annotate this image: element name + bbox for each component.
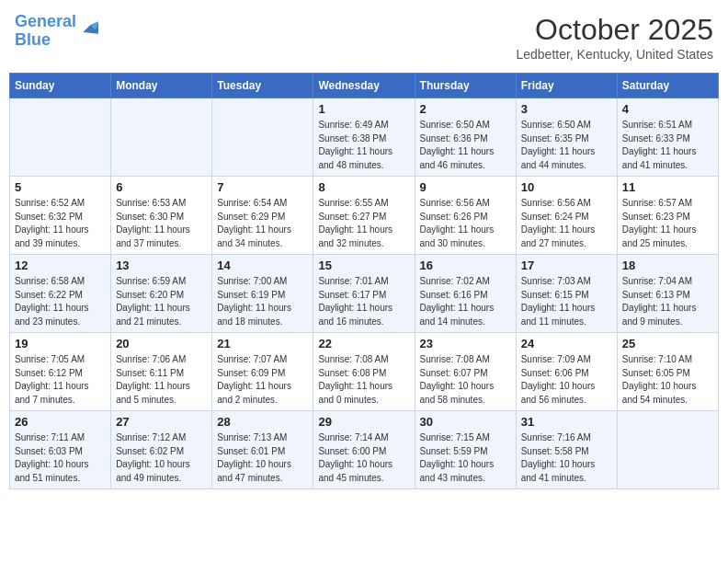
day-info: Sunrise: 6:49 AM Sunset: 6:38 PM Dayligh… bbox=[318, 119, 409, 172]
calendar-cell: 9Sunrise: 6:56 AM Sunset: 6:26 PM Daylig… bbox=[415, 177, 516, 255]
day-info: Sunrise: 7:08 AM Sunset: 6:08 PM Dayligh… bbox=[318, 353, 409, 407]
day-info: Sunrise: 6:56 AM Sunset: 6:26 PM Dayligh… bbox=[420, 197, 511, 250]
calendar-week-row: 12Sunrise: 6:58 AM Sunset: 6:22 PM Dayli… bbox=[10, 255, 719, 333]
day-info: Sunrise: 7:01 AM Sunset: 6:17 PM Dayligh… bbox=[318, 275, 409, 328]
calendar-week-row: 26Sunrise: 7:11 AM Sunset: 6:03 PM Dayli… bbox=[10, 411, 719, 489]
calendar-week-row: 5Sunrise: 6:52 AM Sunset: 6:32 PM Daylig… bbox=[10, 177, 719, 255]
day-info: Sunrise: 7:12 AM Sunset: 6:02 PM Dayligh… bbox=[116, 431, 207, 485]
day-number: 8 bbox=[318, 180, 409, 194]
day-number: 21 bbox=[217, 337, 308, 350]
day-info: Sunrise: 7:13 AM Sunset: 6:01 PM Dayligh… bbox=[217, 431, 308, 485]
logo: General Blue bbox=[15, 13, 98, 50]
day-info: Sunrise: 7:09 AM Sunset: 6:06 PM Dayligh… bbox=[521, 353, 612, 407]
calendar-cell bbox=[111, 98, 212, 177]
calendar-cell: 1Sunrise: 6:49 AM Sunset: 6:38 PM Daylig… bbox=[313, 98, 415, 177]
day-info: Sunrise: 6:58 AM Sunset: 6:22 PM Dayligh… bbox=[15, 275, 106, 328]
day-info: Sunrise: 7:05 AM Sunset: 6:12 PM Dayligh… bbox=[15, 353, 106, 407]
day-number: 10 bbox=[521, 180, 612, 194]
day-info: Sunrise: 6:55 AM Sunset: 6:27 PM Dayligh… bbox=[318, 197, 409, 250]
calendar-cell: 28Sunrise: 7:13 AM Sunset: 6:01 PM Dayli… bbox=[212, 411, 313, 489]
calendar-cell: 16Sunrise: 7:02 AM Sunset: 6:16 PM Dayli… bbox=[415, 255, 516, 333]
calendar-header-row: SundayMondayTuesdayWednesdayThursdayFrid… bbox=[10, 74, 719, 98]
day-info: Sunrise: 7:16 AM Sunset: 5:58 PM Dayligh… bbox=[521, 431, 612, 485]
day-info: Sunrise: 6:53 AM Sunset: 6:30 PM Dayligh… bbox=[116, 197, 207, 250]
calendar-cell: 6Sunrise: 6:53 AM Sunset: 6:30 PM Daylig… bbox=[111, 177, 212, 255]
day-info: Sunrise: 6:51 AM Sunset: 6:33 PM Dayligh… bbox=[622, 119, 713, 172]
calendar-cell: 3Sunrise: 6:50 AM Sunset: 6:35 PM Daylig… bbox=[516, 98, 617, 177]
day-info: Sunrise: 6:50 AM Sunset: 6:35 PM Dayligh… bbox=[521, 119, 612, 172]
day-number: 29 bbox=[318, 415, 409, 429]
calendar-cell: 23Sunrise: 7:08 AM Sunset: 6:07 PM Dayli… bbox=[415, 333, 516, 411]
day-number: 31 bbox=[521, 415, 612, 429]
day-number: 1 bbox=[318, 102, 409, 116]
month-title: October 2025 bbox=[516, 13, 713, 47]
calendar-cell: 7Sunrise: 6:54 AM Sunset: 6:29 PM Daylig… bbox=[212, 177, 313, 255]
day-number: 11 bbox=[622, 180, 713, 194]
calendar-cell: 13Sunrise: 6:59 AM Sunset: 6:20 PM Dayli… bbox=[111, 255, 212, 333]
day-info: Sunrise: 7:11 AM Sunset: 6:03 PM Dayligh… bbox=[15, 431, 106, 485]
title-block: October 2025 Ledbetter, Kentucky, United… bbox=[516, 13, 713, 62]
day-header-thursday: Thursday bbox=[415, 74, 516, 98]
day-header-wednesday: Wednesday bbox=[313, 74, 415, 98]
calendar-cell: 27Sunrise: 7:12 AM Sunset: 6:02 PM Dayli… bbox=[111, 411, 212, 489]
day-number: 30 bbox=[420, 415, 511, 429]
day-number: 24 bbox=[521, 337, 612, 350]
day-number: 12 bbox=[15, 259, 106, 272]
calendar-cell: 17Sunrise: 7:03 AM Sunset: 6:15 PM Dayli… bbox=[516, 255, 617, 333]
day-info: Sunrise: 6:59 AM Sunset: 6:20 PM Dayligh… bbox=[116, 275, 207, 328]
day-number: 19 bbox=[15, 337, 106, 350]
day-info: Sunrise: 7:14 AM Sunset: 6:00 PM Dayligh… bbox=[318, 431, 409, 485]
day-number: 26 bbox=[15, 415, 106, 429]
logo-icon bbox=[80, 18, 98, 37]
calendar-cell: 19Sunrise: 7:05 AM Sunset: 6:12 PM Dayli… bbox=[10, 333, 111, 411]
day-info: Sunrise: 6:54 AM Sunset: 6:29 PM Dayligh… bbox=[217, 197, 308, 250]
day-number: 5 bbox=[15, 180, 106, 194]
calendar-cell: 24Sunrise: 7:09 AM Sunset: 6:06 PM Dayli… bbox=[516, 333, 617, 411]
day-number: 28 bbox=[217, 415, 308, 429]
calendar-cell: 11Sunrise: 6:57 AM Sunset: 6:23 PM Dayli… bbox=[617, 177, 718, 255]
calendar-cell: 21Sunrise: 7:07 AM Sunset: 6:09 PM Dayli… bbox=[212, 333, 313, 411]
day-info: Sunrise: 6:57 AM Sunset: 6:23 PM Dayligh… bbox=[622, 197, 713, 250]
calendar-cell: 5Sunrise: 6:52 AM Sunset: 6:32 PM Daylig… bbox=[10, 177, 111, 255]
day-info: Sunrise: 7:00 AM Sunset: 6:19 PM Dayligh… bbox=[217, 275, 308, 328]
day-number: 4 bbox=[622, 102, 713, 116]
calendar-cell bbox=[212, 98, 313, 177]
calendar-cell: 29Sunrise: 7:14 AM Sunset: 6:00 PM Dayli… bbox=[313, 411, 415, 489]
day-number: 25 bbox=[622, 337, 713, 350]
day-info: Sunrise: 6:50 AM Sunset: 6:36 PM Dayligh… bbox=[420, 119, 511, 172]
day-info: Sunrise: 7:15 AM Sunset: 5:59 PM Dayligh… bbox=[420, 431, 511, 485]
calendar-cell: 20Sunrise: 7:06 AM Sunset: 6:11 PM Dayli… bbox=[111, 333, 212, 411]
day-header-sunday: Sunday bbox=[10, 74, 111, 98]
day-header-friday: Friday bbox=[516, 74, 617, 98]
day-info: Sunrise: 6:52 AM Sunset: 6:32 PM Dayligh… bbox=[15, 197, 106, 250]
calendar-cell: 26Sunrise: 7:11 AM Sunset: 6:03 PM Dayli… bbox=[10, 411, 111, 489]
calendar-table: SundayMondayTuesdayWednesdayThursdayFrid… bbox=[9, 73, 719, 489]
calendar-cell: 14Sunrise: 7:00 AM Sunset: 6:19 PM Dayli… bbox=[212, 255, 313, 333]
day-number: 14 bbox=[217, 259, 308, 272]
day-info: Sunrise: 6:56 AM Sunset: 6:24 PM Dayligh… bbox=[521, 197, 612, 250]
day-number: 2 bbox=[420, 102, 511, 116]
day-number: 9 bbox=[420, 180, 511, 194]
page-header: General Blue October 2025 Ledbetter, Ken… bbox=[9, 9, 719, 65]
day-number: 6 bbox=[116, 180, 207, 194]
calendar-cell: 4Sunrise: 6:51 AM Sunset: 6:33 PM Daylig… bbox=[617, 98, 718, 177]
day-number: 16 bbox=[420, 259, 511, 272]
location: Ledbetter, Kentucky, United States bbox=[516, 47, 713, 62]
day-info: Sunrise: 7:08 AM Sunset: 6:07 PM Dayligh… bbox=[420, 353, 511, 407]
calendar-cell: 30Sunrise: 7:15 AM Sunset: 5:59 PM Dayli… bbox=[415, 411, 516, 489]
day-header-saturday: Saturday bbox=[617, 74, 718, 98]
day-info: Sunrise: 7:07 AM Sunset: 6:09 PM Dayligh… bbox=[217, 353, 308, 407]
calendar-cell: 31Sunrise: 7:16 AM Sunset: 5:58 PM Dayli… bbox=[516, 411, 617, 489]
day-number: 22 bbox=[318, 337, 409, 350]
day-number: 20 bbox=[116, 337, 207, 350]
day-number: 3 bbox=[521, 102, 612, 116]
calendar-cell bbox=[617, 411, 718, 489]
day-number: 17 bbox=[521, 259, 612, 272]
calendar-cell: 22Sunrise: 7:08 AM Sunset: 6:08 PM Dayli… bbox=[313, 333, 415, 411]
calendar-cell: 15Sunrise: 7:01 AM Sunset: 6:17 PM Dayli… bbox=[313, 255, 415, 333]
calendar-cell: 8Sunrise: 6:55 AM Sunset: 6:27 PM Daylig… bbox=[313, 177, 415, 255]
calendar-cell: 25Sunrise: 7:10 AM Sunset: 6:05 PM Dayli… bbox=[617, 333, 718, 411]
calendar-cell: 18Sunrise: 7:04 AM Sunset: 6:13 PM Dayli… bbox=[617, 255, 718, 333]
day-number: 7 bbox=[217, 180, 308, 194]
day-number: 23 bbox=[420, 337, 511, 350]
